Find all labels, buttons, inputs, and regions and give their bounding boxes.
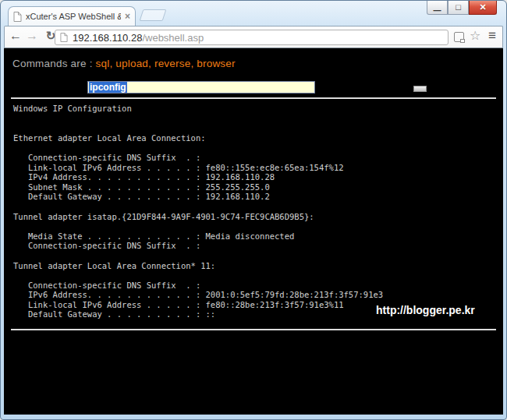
command-link-browser[interactable]: browser	[197, 58, 235, 69]
maximize-button[interactable]: □	[448, 1, 469, 15]
tab-title: xCuter's ASP WebShell &	[26, 12, 121, 21]
new-tab-button[interactable]	[140, 9, 167, 21]
horizontal-rule-top	[11, 97, 496, 99]
url-host: 192.168.110.28	[73, 32, 142, 44]
command-link-upload[interactable]: upload	[115, 58, 148, 69]
separator: ,	[109, 58, 112, 69]
minimize-button[interactable]: —	[427, 1, 448, 15]
command-link-reverse[interactable]: reverse	[154, 58, 190, 69]
bookmark-star-icon[interactable]: ☆	[470, 28, 480, 43]
back-button[interactable]: ←	[8, 29, 23, 43]
page-action-icon[interactable]	[454, 32, 464, 42]
terminal-output: Windows IP Configuration Ethernet adapte…	[13, 104, 383, 319]
separator: ,	[148, 58, 151, 69]
tab-close-icon[interactable]: ×	[125, 12, 130, 21]
horizontal-rule-bottom	[11, 329, 496, 330]
command-link-sql[interactable]: sql	[96, 58, 110, 69]
page-action-subsquare	[460, 39, 465, 43]
separator: ,	[190, 58, 193, 69]
title-bar: xCuter's ASP WebShell & × — □ ✕	[4, 1, 503, 26]
url-path: /webshell.asp	[142, 32, 204, 44]
maximize-icon: □	[456, 3, 461, 12]
close-icon: ✕	[479, 3, 486, 12]
commands-label: Commands are :	[12, 58, 93, 69]
browser-toolbar: ← → ↻ 192.168.110.28/webshell.asp ☆ ≡	[4, 26, 503, 48]
close-button[interactable]: ✕	[469, 1, 497, 15]
commands-line: Commands are : sql, upload, reverse, bro…	[12, 58, 236, 69]
watermark: http://blogger.pe.kr	[376, 304, 475, 316]
page-favicon-icon	[13, 12, 22, 22]
browser-window: xCuter's ASP WebShell & × — □ ✕ ← → ↻ 19…	[0, 0, 507, 420]
forward-button[interactable]: →	[24, 29, 40, 43]
url-text: 192.168.110.28/webshell.asp	[73, 32, 204, 44]
url-page-icon	[60, 33, 68, 42]
command-input[interactable]: ipconfig	[87, 81, 315, 94]
webshell-page: Commands are : sql, upload, reverse, bro…	[4, 48, 503, 415]
submit-button[interactable]	[413, 86, 427, 92]
address-bar[interactable]: 192.168.110.28/webshell.asp	[55, 30, 448, 45]
minimize-icon: —	[434, 7, 441, 15]
menu-icon[interactable]: ≡	[488, 28, 496, 44]
browser-tab[interactable]: xCuter's ASP WebShell & ×	[8, 6, 136, 26]
selected-input-text: ipconfig	[89, 82, 127, 93]
window-controls: — □ ✕	[427, 1, 497, 15]
